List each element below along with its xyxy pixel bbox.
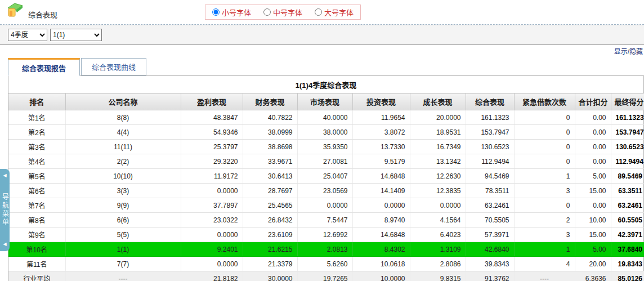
cell-紧急借款次数: 4 <box>514 257 575 271</box>
table-body: 第1名8(8)48.384740.782240.000011.965420.00… <box>8 110 644 281</box>
table-row: 第6名3(3)0.000028.769723.056914.140912.383… <box>8 184 644 198</box>
cell-财务表现: 38.0999 <box>243 125 297 140</box>
cell-市场表现: 25.0407 <box>297 169 352 184</box>
cell-成长表现: 4.1564 <box>410 213 466 228</box>
font-size-option-label: 大号字体 <box>324 7 354 17</box>
cell-公司名称: 7(7) <box>65 257 181 271</box>
cell-最终得分: 130.6523 <box>611 140 644 154</box>
tabs: 综合表现报告综合表现曲线 <box>8 58 644 75</box>
table-header-row: 排名公司名称盈利表现财务表现市场表现投资表现成长表现综合表现紧急借款次数合计扣分… <box>8 93 644 110</box>
cell-最终得分: 161.1323 <box>611 110 644 125</box>
cell-盈利表现: 48.3847 <box>181 110 243 125</box>
cell-盈利表现: 23.0322 <box>181 213 243 228</box>
cell-成长表现: 16.7349 <box>410 140 466 154</box>
tab-report[interactable]: 综合表现报告 <box>8 58 80 76</box>
cell-排名: 第4名 <box>8 154 65 169</box>
cell-紧急借款次数: 2 <box>514 213 575 228</box>
cell-最终得分: 42.3971 <box>611 228 644 242</box>
cell-公司名称: ---- <box>65 271 181 281</box>
column-header: 合计扣分 <box>575 93 611 110</box>
cell-投资表现: 9.5179 <box>352 154 410 169</box>
table-title: 1(1)4季度综合表现 <box>8 76 643 93</box>
cell-成长表现: 12.2630 <box>410 169 466 184</box>
column-header: 排名 <box>8 93 65 110</box>
cell-投资表现: 8.4302 <box>352 242 410 257</box>
table-row: 第8名6(6)23.032226.84327.54478.97404.15647… <box>8 213 644 228</box>
cell-投资表现: 10.0000 <box>352 271 410 281</box>
cell-投资表现: 8.9740 <box>352 213 410 228</box>
column-header: 盈利表现 <box>181 93 243 110</box>
cell-紧急借款次数: 0 <box>514 110 575 125</box>
tab-curve[interactable]: 综合表现曲线 <box>81 58 146 75</box>
cell-公司名称: 3(3) <box>65 184 181 198</box>
quarter-select[interactable]: 4季度 <box>8 29 47 41</box>
cell-综合表现: 78.3511 <box>466 184 514 198</box>
cell-市场表现: 27.0081 <box>297 154 352 169</box>
table-row: 第5名10(10)11.917230.641325.040714.684812.… <box>8 169 644 184</box>
table-row: 行业平均----21.818230.000019.726510.00009.83… <box>8 271 644 281</box>
cell-公司名称: 11(11) <box>65 140 181 154</box>
cell-最终得分: 37.6840 <box>611 242 644 257</box>
cell-公司名称: 9(9) <box>65 198 181 213</box>
cell-成长表现: 18.9531 <box>410 125 466 140</box>
font-size-option[interactable]: 大号字体 <box>315 7 354 17</box>
cell-紧急借款次数: 0 <box>514 140 575 154</box>
cell-综合表现: 161.1323 <box>466 110 514 125</box>
showhide-row: 显示/隐藏 <box>0 45 644 55</box>
table-row: 第1名8(8)48.384740.782240.000011.965420.00… <box>8 110 644 125</box>
cell-财务表现: 28.7697 <box>243 184 297 198</box>
cell-盈利表现: 29.3220 <box>181 154 243 169</box>
cell-排名: 第11名 <box>8 257 65 271</box>
cell-盈利表现: 25.3797 <box>181 140 243 154</box>
cell-公司名称: 1(1) <box>65 242 181 257</box>
cell-合计扣分: 5.00 <box>575 242 611 257</box>
cell-公司名称: 6(6) <box>65 213 181 228</box>
font-size-radio[interactable] <box>315 8 322 16</box>
table-row: 第11名7(7)0.000021.33795.626010.06182.8086… <box>8 257 644 271</box>
cell-排名: 第8名 <box>8 213 65 228</box>
cell-合计扣分: 0.00 <box>575 125 611 140</box>
cell-合计扣分: 6.3636 <box>575 271 611 281</box>
cell-财务表现: 26.8432 <box>243 213 297 228</box>
cell-紧急借款次数: ---- <box>514 271 575 281</box>
company-select[interactable]: 1(1) <box>50 29 102 41</box>
cell-市场表现: 40.0000 <box>297 110 352 125</box>
cell-市场表现: 38.0000 <box>297 125 352 140</box>
cell-合计扣分: 0.00 <box>575 198 611 213</box>
cell-紧急借款次数: 0 <box>514 198 575 213</box>
cell-财务表现: 21.3379 <box>243 257 297 271</box>
font-size-option[interactable]: 小号字体 <box>212 7 251 17</box>
cell-投资表现: 0.0000 <box>352 198 410 213</box>
column-header: 市场表现 <box>297 93 352 110</box>
font-size-radio[interactable] <box>263 8 271 16</box>
cell-紧急借款次数: 1 <box>514 242 575 257</box>
table-row: 第2名4(4)54.934638.099938.00003.807218.953… <box>8 125 644 140</box>
cell-排名: 第6名 <box>8 184 65 198</box>
cell-公司名称: 5(5) <box>65 228 181 242</box>
cell-综合表现: 91.3762 <box>466 271 514 281</box>
side-nav-toggle[interactable]: ◀ 导航菜单 ◀ <box>0 169 10 251</box>
show-hide-link[interactable]: 显示/隐藏 <box>614 48 643 56</box>
cell-最终得分: 112.9494 <box>611 154 644 169</box>
cell-盈利表现: 0.0000 <box>181 228 243 242</box>
cell-盈利表现: 54.9346 <box>181 125 243 140</box>
column-header: 紧急借款次数 <box>514 93 575 110</box>
cell-市场表现: 7.5447 <box>297 213 352 228</box>
cell-紧急借款次数: 0 <box>514 154 575 169</box>
cell-最终得分: 153.7947 <box>611 125 644 140</box>
performance-table: 排名公司名称盈利表现财务表现市场表现投资表现成长表现综合表现紧急借款次数合计扣分… <box>8 93 644 281</box>
cell-最终得分: 63.3511 <box>611 184 644 198</box>
cell-综合表现: 39.8343 <box>466 257 514 271</box>
cell-财务表现: 30.0000 <box>243 271 297 281</box>
cell-公司名称: 4(4) <box>65 125 181 140</box>
collapse-arrow-icon: ◀ <box>3 242 6 247</box>
cell-盈利表现: 0.0000 <box>181 184 243 198</box>
cell-最终得分: 60.5505 <box>611 213 644 228</box>
font-size-option[interactable]: 中号字体 <box>263 7 302 17</box>
cell-合计扣分: 0.00 <box>575 154 611 169</box>
font-size-radio[interactable] <box>212 8 220 16</box>
home-icon <box>5 1 24 19</box>
cell-市场表现: 19.7265 <box>297 271 352 281</box>
cell-排名: 第3名 <box>8 140 65 154</box>
cell-投资表现: 3.8072 <box>352 125 410 140</box>
